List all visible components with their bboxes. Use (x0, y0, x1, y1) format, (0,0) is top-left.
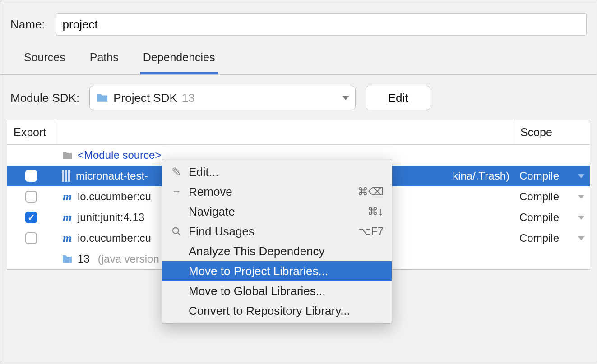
ctx-label: Analyze This Dependency (189, 244, 325, 258)
scope-text: Compile (519, 190, 559, 203)
tabs: Sources Paths Dependencies (0, 43, 597, 75)
ctx-shortcut: ⌘↓ (367, 205, 384, 218)
ctx-navigate[interactable]: Navigate ⌘↓ (162, 202, 392, 221)
ctx-edit[interactable]: ✎ Edit... (162, 162, 392, 182)
context-menu: ✎ Edit... − Remove ⌘⌫ Navigate ⌘↓ Find U… (162, 159, 392, 324)
name-row: Name: (0, 0, 597, 43)
ctx-find-usages[interactable]: Find Usages ⌥F7 (162, 221, 392, 241)
tab-sources[interactable]: Sources (21, 51, 68, 74)
chevron-down-icon (578, 195, 584, 199)
pencil-icon: ✎ (171, 165, 182, 179)
ctx-label: Move to Project Libraries... (189, 264, 328, 278)
sdk-row: Module SDK: Project SDK 13 Edit (0, 75, 597, 118)
ctx-move-global-libraries[interactable]: Move to Global Libraries... (162, 281, 392, 301)
svg-line-4 (178, 233, 180, 235)
cell-trail: kina/.Trash) (453, 170, 514, 182)
folder-icon (61, 151, 73, 160)
module-settings-panel: Name: Sources Paths Dependencies Module … (0, 0, 597, 364)
scope-select[interactable]: Compile (514, 211, 590, 224)
svg-rect-2 (68, 170, 70, 182)
export-checkbox[interactable] (25, 191, 37, 203)
table-header: Export Scope (7, 120, 590, 145)
cell-text: io.cucumber:cu (78, 232, 151, 244)
cell-detail: (java version (98, 253, 159, 265)
ctx-label: Navigate (189, 205, 235, 219)
cell-text: micronaut-test- (76, 170, 148, 182)
sdk-label: Module SDK: (10, 91, 79, 105)
minus-icon: − (171, 185, 182, 199)
sdk-folder-icon (61, 254, 73, 263)
column-header-export[interactable]: Export (7, 120, 55, 144)
column-header-name[interactable] (55, 120, 514, 144)
export-checkbox[interactable] (25, 212, 37, 223)
name-label: Name: (10, 18, 45, 32)
maven-icon: m (61, 231, 73, 245)
ctx-label: Edit... (189, 165, 218, 179)
name-input[interactable] (56, 13, 587, 36)
chevron-down-icon (342, 96, 349, 100)
sdk-select-version: 13 (182, 91, 195, 105)
edit-sdk-button[interactable]: Edit (366, 86, 430, 110)
chevron-down-icon (578, 236, 584, 240)
tab-paths[interactable]: Paths (87, 51, 121, 74)
ctx-remove[interactable]: − Remove ⌘⌫ (162, 182, 392, 202)
ctx-label: Move to Global Libraries... (189, 284, 325, 298)
scope-text: Compile (519, 170, 559, 182)
scope-select[interactable]: Compile (514, 190, 590, 203)
ctx-shortcut: ⌥F7 (358, 225, 384, 238)
ctx-convert-repository[interactable]: Convert to Repository Library... (162, 301, 392, 321)
cell-text: io.cucumber:cu (78, 190, 151, 203)
sdk-folder-icon (96, 93, 109, 103)
scope-text: Compile (519, 211, 559, 224)
ctx-analyze[interactable]: Analyze This Dependency (162, 241, 392, 261)
maven-icon: m (61, 211, 73, 224)
svg-rect-1 (65, 170, 67, 182)
export-checkbox[interactable] (25, 170, 37, 182)
ctx-move-project-libraries[interactable]: Move to Project Libraries... (162, 261, 392, 281)
cell-text: <Module source> (78, 149, 161, 161)
library-icon (61, 170, 71, 182)
scope-select[interactable]: Compile (514, 170, 590, 182)
svg-rect-0 (62, 170, 64, 182)
ctx-label: Find Usages (189, 225, 255, 239)
sdk-select[interactable]: Project SDK 13 (89, 86, 356, 110)
chevron-down-icon (578, 174, 584, 178)
cell-text: 13 (78, 253, 90, 265)
export-checkbox[interactable] (25, 232, 37, 244)
cell-export (7, 170, 55, 182)
svg-point-3 (173, 228, 179, 234)
cell-text: junit:junit:4.13 (78, 211, 144, 224)
sdk-select-text: Project SDK (113, 91, 177, 105)
column-header-scope[interactable]: Scope (514, 120, 590, 144)
scope-text: Compile (519, 232, 559, 244)
chevron-down-icon (578, 216, 584, 220)
scope-select[interactable]: Compile (514, 232, 590, 244)
maven-icon: m (61, 190, 73, 203)
tab-dependencies[interactable]: Dependencies (140, 51, 218, 74)
search-icon (171, 226, 182, 236)
ctx-shortcut: ⌘⌫ (357, 185, 384, 198)
ctx-label: Remove (189, 185, 232, 199)
ctx-label: Convert to Repository Library... (189, 304, 350, 318)
